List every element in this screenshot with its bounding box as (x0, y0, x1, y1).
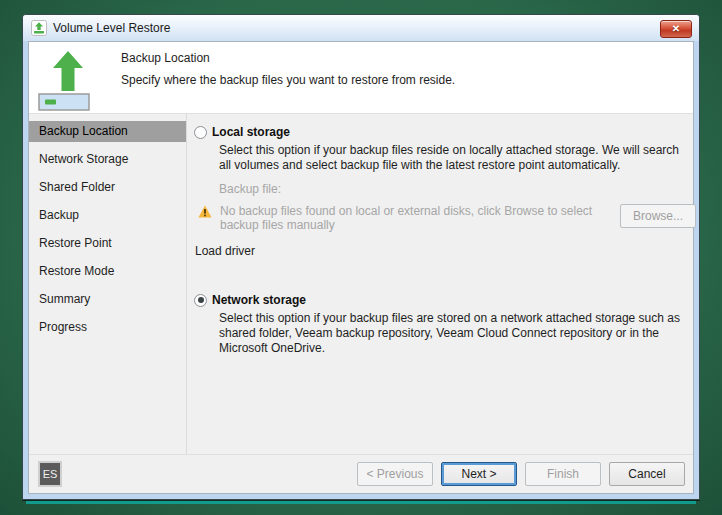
finish-button[interactable]: Finish (525, 462, 601, 486)
restore-app-icon (31, 20, 47, 36)
network-storage-description: Select this option if your backup files … (219, 311, 691, 356)
sidebar-item-backup[interactable]: Backup (29, 205, 186, 226)
sidebar-item-network-storage[interactable]: Network Storage (29, 149, 186, 170)
sidebar-item-shared-folder[interactable]: Shared Folder (29, 177, 186, 198)
network-storage-radio[interactable] (194, 294, 207, 307)
step-description: Specify where the backup files you want … (121, 73, 455, 87)
language-indicator-badge[interactable]: ES (38, 461, 62, 487)
step-content: Local storage Select this option if your… (187, 114, 720, 454)
volume-level-restore-window: Volume Level Restore ✕ Backup Location S… (22, 14, 700, 500)
local-storage-option[interactable]: Local storage (194, 125, 696, 139)
network-storage-option[interactable]: Network storage (194, 293, 696, 307)
warning-icon (198, 205, 212, 218)
sidebar-item-restore-point[interactable]: Restore Point (29, 233, 186, 254)
close-icon: ✕ (672, 24, 680, 34)
browse-button[interactable]: Browse... (620, 204, 696, 228)
backup-file-label: Backup file: (219, 182, 696, 196)
close-button[interactable]: ✕ (660, 20, 692, 38)
window-title: Volume Level Restore (53, 21, 170, 35)
step-title: Backup Location (121, 51, 210, 65)
sidebar-item-summary[interactable]: Summary (29, 289, 186, 310)
sidebar-item-backup-location[interactable]: Backup Location (29, 121, 186, 142)
load-driver-link[interactable]: Load driver (195, 244, 696, 258)
local-storage-label: Local storage (212, 125, 290, 139)
client-area: Backup Location Specify where the backup… (28, 41, 694, 494)
sidebar-item-progress[interactable]: Progress (29, 317, 186, 338)
previous-button[interactable]: < Previous (357, 462, 433, 486)
restore-arrow-icon (37, 47, 99, 111)
network-storage-label: Network storage (212, 293, 306, 307)
wizard-header: Backup Location Specify where the backup… (29, 42, 693, 114)
sidebar-item-restore-mode[interactable]: Restore Mode (29, 261, 186, 282)
local-storage-radio[interactable] (194, 126, 207, 139)
title-bar[interactable]: Volume Level Restore ✕ (23, 15, 699, 41)
wizard-footer: ES < Previous Next > Finish Cancel (29, 454, 693, 493)
warning-text: No backup files found on local or extern… (220, 204, 620, 232)
cancel-button[interactable]: Cancel (609, 462, 685, 486)
local-storage-description: Select this option if your backup files … (219, 143, 691, 173)
wizard-body: Backup Location Network Storage Shared F… (29, 114, 693, 454)
no-backup-warning: No backup files found on local or extern… (198, 204, 696, 232)
wizard-steps-sidebar: Backup Location Network Storage Shared F… (29, 114, 187, 454)
next-button[interactable]: Next > (441, 462, 517, 486)
